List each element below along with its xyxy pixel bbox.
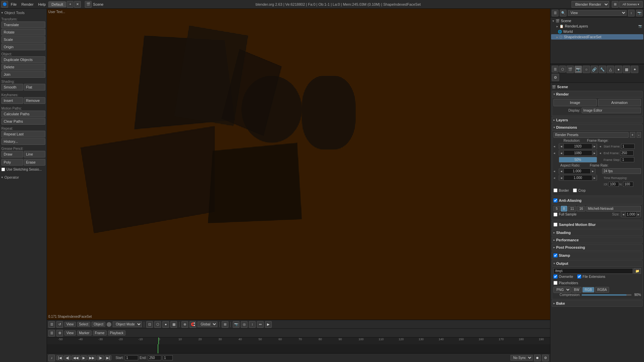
scale-btn[interactable]: Scale: [1, 36, 45, 43]
viewport-display-icon[interactable]: ⊡: [146, 321, 153, 328]
viewport-layers-icon[interactable]: ⊞: [222, 321, 228, 328]
props-nav-icon[interactable]: ⬡: [559, 66, 566, 72]
res-y-dec[interactable]: ◂: [559, 151, 564, 155]
aspect-y-field[interactable]: ◂ 1.000 ▸: [559, 175, 597, 181]
outliner-filter-select[interactable]: View: [568, 10, 627, 16]
delete-btn[interactable]: Delete: [1, 64, 45, 70]
clear-paths-btn[interactable]: Clear Paths: [1, 118, 45, 125]
placeholders-checkbox[interactable]: [553, 281, 557, 285]
frame-rate-select[interactable]: 24 fps: [602, 168, 641, 174]
viewport-manipulator-icon[interactable]: ↕: [249, 321, 256, 328]
timeline-audio-icon[interactable]: ♪: [48, 355, 55, 361]
flat-btn[interactable]: Flat: [24, 84, 46, 90]
aa-16-btn[interactable]: 16: [577, 206, 585, 212]
full-sample-checkbox[interactable]: [553, 213, 557, 217]
resolution-x-field[interactable]: ◂ 1920 ▸: [559, 143, 597, 149]
image-render-btn[interactable]: Image: [553, 99, 597, 106]
aa-size-inc[interactable]: ▸: [636, 212, 641, 217]
workspace-add-btn[interactable]: +: [67, 1, 73, 8]
props-modifier-icon[interactable]: 🔧: [599, 66, 606, 73]
viewport-pivot-icon[interactable]: ⊕: [181, 321, 188, 328]
output-path-input[interactable]: /tmp\: [553, 268, 633, 274]
end-frame-field[interactable]: 250: [620, 150, 634, 156]
animation-render-btn[interactable]: Animation: [598, 99, 641, 106]
insert-btn[interactable]: Insert: [1, 97, 23, 104]
aa-5-btn[interactable]: 5: [553, 206, 560, 212]
aa-11-btn[interactable]: 11: [568, 206, 576, 212]
outliner-sort-icon[interactable]: ↕: [628, 10, 635, 16]
props-constraint-icon[interactable]: 🔗: [591, 66, 598, 73]
res-x-dec[interactable]: ◂: [559, 144, 564, 148]
tree-item-world[interactable]: 🌐 World: [551, 29, 643, 34]
smb-checkbox[interactable]: [553, 223, 557, 227]
output-section-header[interactable]: ▾ Output: [552, 260, 643, 267]
repeat-last-btn[interactable]: Repeat Last: [1, 131, 45, 137]
props-particle-icon[interactable]: ✦: [631, 66, 638, 73]
viewport-proportional-icon[interactable]: ◎: [241, 321, 248, 328]
timeline-marker-btn[interactable]: Marker: [77, 330, 92, 336]
time-remap-ol-field[interactable]: 100: [609, 182, 619, 187]
render-engine-select[interactable]: Blender Render: [572, 1, 609, 8]
color-bw-btn[interactable]: BW: [572, 287, 582, 293]
border-checkbox[interactable]: [553, 188, 557, 192]
pp-section-header[interactable]: ▸ Post Processing: [552, 244, 643, 251]
object-mode-select[interactable]: Object Mode: [113, 321, 142, 327]
calculate-paths-btn[interactable]: Calculate Paths: [1, 111, 45, 117]
line-btn[interactable]: Line: [24, 151, 46, 158]
view-btn[interactable]: ⊞: [612, 1, 619, 8]
props-header-icon[interactable]: ☰: [552, 66, 558, 72]
compression-slider[interactable]: [582, 294, 632, 296]
play-back-btn[interactable]: ◀◀: [71, 355, 80, 360]
renderlayers-camera-icon[interactable]: 📷: [638, 24, 642, 28]
overwrite-checkbox[interactable]: [553, 275, 557, 279]
aa-section-header[interactable]: Anti-Aliasing: [552, 196, 643, 204]
play-btn[interactable]: ▶: [81, 355, 87, 360]
translate-btn[interactable]: Translate: [1, 21, 45, 28]
viewport-solid-icon[interactable]: ●: [162, 321, 169, 328]
props-render-icon[interactable]: 📷: [575, 66, 582, 73]
prev-frame-btn[interactable]: ◀|: [64, 355, 71, 360]
performance-section-header[interactable]: ▸ Performance: [552, 237, 643, 243]
menu-render[interactable]: Render: [19, 2, 36, 7]
origin-btn[interactable]: Origin: [1, 44, 45, 50]
timeline-content[interactable]: [47, 344, 550, 353]
current-frame-input[interactable]: [163, 355, 173, 360]
rotate-btn[interactable]: Rotate: [1, 29, 45, 36]
scenes-select[interactable]: All Scenes ▾: [619, 1, 643, 8]
file-extensions-checkbox[interactable]: [577, 275, 581, 279]
select-menu-btn[interactable]: Select: [77, 322, 91, 327]
smb-section-header[interactable]: Sampled Motion Blur: [552, 221, 643, 229]
viewport-render-icon[interactable]: 📷: [233, 321, 239, 328]
tree-item-mesh[interactable]: ▸ ⬡ ShapeIndexedFaceSet: [551, 34, 643, 40]
props-texture-icon[interactable]: ▦: [623, 66, 630, 73]
timeline-playback-btn[interactable]: Playback: [108, 330, 126, 336]
render-presets-select[interactable]: Render Presets: [553, 132, 629, 138]
menu-file[interactable]: File: [9, 2, 19, 7]
view-menu-btn[interactable]: View: [64, 322, 76, 327]
poly-btn[interactable]: Poly: [1, 159, 23, 166]
end-frame-input[interactable]: [148, 355, 161, 360]
render-presets-add-btn[interactable]: +: [630, 132, 635, 138]
viewport-game-icon[interactable]: ▶: [265, 321, 272, 328]
stamp-section-header[interactable]: Stamp: [552, 251, 643, 259]
time-remap-new-field[interactable]: 100: [623, 182, 633, 187]
erase-btn[interactable]: Erase: [24, 159, 46, 166]
sync-select[interactable]: No Sync: [511, 355, 533, 361]
viewport-ndof-icon[interactable]: ↺: [56, 321, 63, 328]
props-data-icon[interactable]: △: [607, 66, 614, 73]
res-y-inc[interactable]: ▸: [592, 151, 597, 155]
smooth-btn[interactable]: Smooth: [1, 84, 23, 90]
remove-btn[interactable]: Remove: [24, 97, 46, 104]
jump-end-btn[interactable]: ▶|: [105, 355, 112, 360]
outliner-search-icon[interactable]: 🔍: [560, 10, 567, 16]
resolution-pct-field[interactable]: 50%: [559, 157, 597, 163]
resolution-y-field[interactable]: ◂ 1080 ▸: [559, 150, 597, 156]
transform-orientation-select[interactable]: Global: [198, 321, 217, 327]
viewport-snap-icon[interactable]: 🧲: [190, 321, 196, 328]
aa-size-field[interactable]: ◂ 1.000 ▸: [621, 212, 641, 217]
color-rgba-btn[interactable]: RGBA: [595, 287, 609, 293]
workspace-tab-default[interactable]: Default: [48, 1, 66, 7]
outliner-camera-icon[interactable]: 📷: [636, 10, 643, 16]
timeline-ruler[interactable]: -50 -40 -30 -20 -10 0 10 20 30 40 50 60 …: [47, 338, 550, 344]
shading-section-header[interactable]: ▸ Shading: [552, 229, 643, 236]
